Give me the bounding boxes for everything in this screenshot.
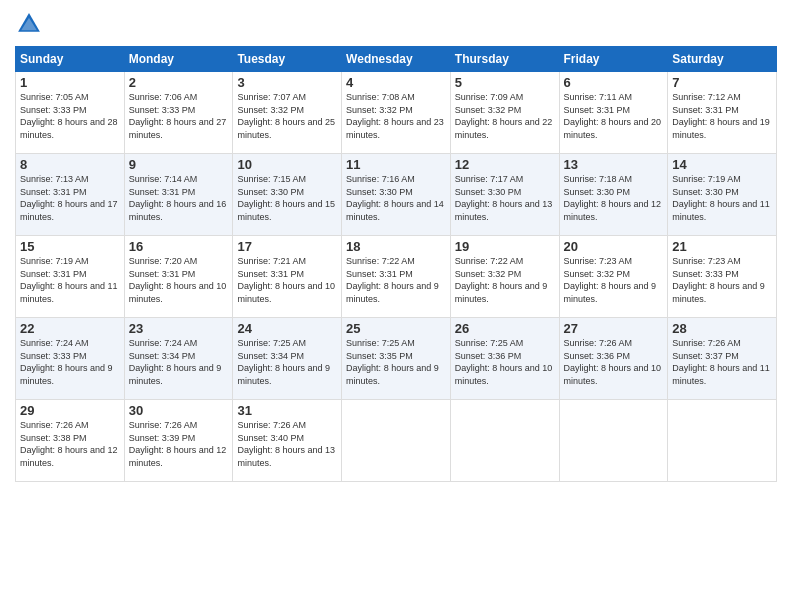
- day-info: Sunrise: 7:17 AM Sunset: 3:30 PM Dayligh…: [455, 173, 555, 223]
- logo: [15, 10, 47, 38]
- day-number: 29: [20, 403, 120, 418]
- calendar-cell: [559, 400, 668, 482]
- calendar-cell: 29 Sunrise: 7:26 AM Sunset: 3:38 PM Dayl…: [16, 400, 125, 482]
- calendar-cell: 21 Sunrise: 7:23 AM Sunset: 3:33 PM Dayl…: [668, 236, 777, 318]
- calendar-cell: 27 Sunrise: 7:26 AM Sunset: 3:36 PM Dayl…: [559, 318, 668, 400]
- day-info: Sunrise: 7:19 AM Sunset: 3:30 PM Dayligh…: [672, 173, 772, 223]
- day-number: 15: [20, 239, 120, 254]
- page: SundayMondayTuesdayWednesdayThursdayFrid…: [0, 0, 792, 612]
- calendar-cell: 25 Sunrise: 7:25 AM Sunset: 3:35 PM Dayl…: [342, 318, 451, 400]
- day-info: Sunrise: 7:22 AM Sunset: 3:31 PM Dayligh…: [346, 255, 446, 305]
- weekday-header-saturday: Saturday: [668, 47, 777, 72]
- day-number: 4: [346, 75, 446, 90]
- weekday-header-thursday: Thursday: [450, 47, 559, 72]
- day-number: 27: [564, 321, 664, 336]
- day-info: Sunrise: 7:25 AM Sunset: 3:34 PM Dayligh…: [237, 337, 337, 387]
- day-info: Sunrise: 7:22 AM Sunset: 3:32 PM Dayligh…: [455, 255, 555, 305]
- weekday-header-wednesday: Wednesday: [342, 47, 451, 72]
- weekday-header-friday: Friday: [559, 47, 668, 72]
- day-info: Sunrise: 7:20 AM Sunset: 3:31 PM Dayligh…: [129, 255, 229, 305]
- day-info: Sunrise: 7:25 AM Sunset: 3:36 PM Dayligh…: [455, 337, 555, 387]
- weekday-header-sunday: Sunday: [16, 47, 125, 72]
- calendar-cell: 17 Sunrise: 7:21 AM Sunset: 3:31 PM Dayl…: [233, 236, 342, 318]
- day-number: 25: [346, 321, 446, 336]
- day-number: 31: [237, 403, 337, 418]
- calendar-cell: 6 Sunrise: 7:11 AM Sunset: 3:31 PM Dayli…: [559, 72, 668, 154]
- weekday-header-monday: Monday: [124, 47, 233, 72]
- calendar-cell: 19 Sunrise: 7:22 AM Sunset: 3:32 PM Dayl…: [450, 236, 559, 318]
- day-number: 2: [129, 75, 229, 90]
- day-info: Sunrise: 7:26 AM Sunset: 3:37 PM Dayligh…: [672, 337, 772, 387]
- calendar-cell: 4 Sunrise: 7:08 AM Sunset: 3:32 PM Dayli…: [342, 72, 451, 154]
- calendar-cell: 18 Sunrise: 7:22 AM Sunset: 3:31 PM Dayl…: [342, 236, 451, 318]
- calendar-cell: 10 Sunrise: 7:15 AM Sunset: 3:30 PM Dayl…: [233, 154, 342, 236]
- calendar-cell: 7 Sunrise: 7:12 AM Sunset: 3:31 PM Dayli…: [668, 72, 777, 154]
- logo-icon: [15, 10, 43, 38]
- day-info: Sunrise: 7:15 AM Sunset: 3:30 PM Dayligh…: [237, 173, 337, 223]
- day-info: Sunrise: 7:26 AM Sunset: 3:39 PM Dayligh…: [129, 419, 229, 469]
- day-info: Sunrise: 7:18 AM Sunset: 3:30 PM Dayligh…: [564, 173, 664, 223]
- day-number: 26: [455, 321, 555, 336]
- day-info: Sunrise: 7:19 AM Sunset: 3:31 PM Dayligh…: [20, 255, 120, 305]
- day-number: 7: [672, 75, 772, 90]
- calendar-cell: 2 Sunrise: 7:06 AM Sunset: 3:33 PM Dayli…: [124, 72, 233, 154]
- calendar-week-row: 1 Sunrise: 7:05 AM Sunset: 3:33 PM Dayli…: [16, 72, 777, 154]
- day-info: Sunrise: 7:07 AM Sunset: 3:32 PM Dayligh…: [237, 91, 337, 141]
- calendar-table: SundayMondayTuesdayWednesdayThursdayFrid…: [15, 46, 777, 482]
- day-info: Sunrise: 7:14 AM Sunset: 3:31 PM Dayligh…: [129, 173, 229, 223]
- day-number: 30: [129, 403, 229, 418]
- calendar-week-row: 8 Sunrise: 7:13 AM Sunset: 3:31 PM Dayli…: [16, 154, 777, 236]
- calendar-cell: [450, 400, 559, 482]
- day-number: 12: [455, 157, 555, 172]
- day-info: Sunrise: 7:25 AM Sunset: 3:35 PM Dayligh…: [346, 337, 446, 387]
- day-info: Sunrise: 7:23 AM Sunset: 3:32 PM Dayligh…: [564, 255, 664, 305]
- day-number: 6: [564, 75, 664, 90]
- calendar-cell: 12 Sunrise: 7:17 AM Sunset: 3:30 PM Dayl…: [450, 154, 559, 236]
- day-info: Sunrise: 7:11 AM Sunset: 3:31 PM Dayligh…: [564, 91, 664, 141]
- day-info: Sunrise: 7:09 AM Sunset: 3:32 PM Dayligh…: [455, 91, 555, 141]
- day-info: Sunrise: 7:16 AM Sunset: 3:30 PM Dayligh…: [346, 173, 446, 223]
- day-info: Sunrise: 7:13 AM Sunset: 3:31 PM Dayligh…: [20, 173, 120, 223]
- day-info: Sunrise: 7:24 AM Sunset: 3:33 PM Dayligh…: [20, 337, 120, 387]
- calendar-cell: 26 Sunrise: 7:25 AM Sunset: 3:36 PM Dayl…: [450, 318, 559, 400]
- day-number: 28: [672, 321, 772, 336]
- day-number: 3: [237, 75, 337, 90]
- calendar-week-row: 15 Sunrise: 7:19 AM Sunset: 3:31 PM Dayl…: [16, 236, 777, 318]
- day-number: 9: [129, 157, 229, 172]
- calendar-cell: 28 Sunrise: 7:26 AM Sunset: 3:37 PM Dayl…: [668, 318, 777, 400]
- calendar-cell: 3 Sunrise: 7:07 AM Sunset: 3:32 PM Dayli…: [233, 72, 342, 154]
- day-number: 5: [455, 75, 555, 90]
- calendar-cell: 9 Sunrise: 7:14 AM Sunset: 3:31 PM Dayli…: [124, 154, 233, 236]
- calendar-cell: 8 Sunrise: 7:13 AM Sunset: 3:31 PM Dayli…: [16, 154, 125, 236]
- weekday-header-row: SundayMondayTuesdayWednesdayThursdayFrid…: [16, 47, 777, 72]
- calendar-cell: [668, 400, 777, 482]
- day-number: 14: [672, 157, 772, 172]
- day-info: Sunrise: 7:23 AM Sunset: 3:33 PM Dayligh…: [672, 255, 772, 305]
- calendar-cell: 1 Sunrise: 7:05 AM Sunset: 3:33 PM Dayli…: [16, 72, 125, 154]
- day-number: 1: [20, 75, 120, 90]
- calendar-week-row: 29 Sunrise: 7:26 AM Sunset: 3:38 PM Dayl…: [16, 400, 777, 482]
- calendar-cell: 30 Sunrise: 7:26 AM Sunset: 3:39 PM Dayl…: [124, 400, 233, 482]
- day-number: 23: [129, 321, 229, 336]
- calendar-cell: 16 Sunrise: 7:20 AM Sunset: 3:31 PM Dayl…: [124, 236, 233, 318]
- day-number: 19: [455, 239, 555, 254]
- calendar-cell: 14 Sunrise: 7:19 AM Sunset: 3:30 PM Dayl…: [668, 154, 777, 236]
- calendar-cell: 11 Sunrise: 7:16 AM Sunset: 3:30 PM Dayl…: [342, 154, 451, 236]
- day-info: Sunrise: 7:05 AM Sunset: 3:33 PM Dayligh…: [20, 91, 120, 141]
- day-number: 20: [564, 239, 664, 254]
- day-info: Sunrise: 7:26 AM Sunset: 3:36 PM Dayligh…: [564, 337, 664, 387]
- day-number: 24: [237, 321, 337, 336]
- day-number: 18: [346, 239, 446, 254]
- day-info: Sunrise: 7:06 AM Sunset: 3:33 PM Dayligh…: [129, 91, 229, 141]
- calendar-cell: 24 Sunrise: 7:25 AM Sunset: 3:34 PM Dayl…: [233, 318, 342, 400]
- weekday-header-tuesday: Tuesday: [233, 47, 342, 72]
- day-number: 13: [564, 157, 664, 172]
- day-number: 10: [237, 157, 337, 172]
- day-info: Sunrise: 7:08 AM Sunset: 3:32 PM Dayligh…: [346, 91, 446, 141]
- calendar-cell: 20 Sunrise: 7:23 AM Sunset: 3:32 PM Dayl…: [559, 236, 668, 318]
- day-info: Sunrise: 7:26 AM Sunset: 3:38 PM Dayligh…: [20, 419, 120, 469]
- header: [15, 10, 777, 38]
- day-info: Sunrise: 7:26 AM Sunset: 3:40 PM Dayligh…: [237, 419, 337, 469]
- calendar-cell: 5 Sunrise: 7:09 AM Sunset: 3:32 PM Dayli…: [450, 72, 559, 154]
- day-info: Sunrise: 7:21 AM Sunset: 3:31 PM Dayligh…: [237, 255, 337, 305]
